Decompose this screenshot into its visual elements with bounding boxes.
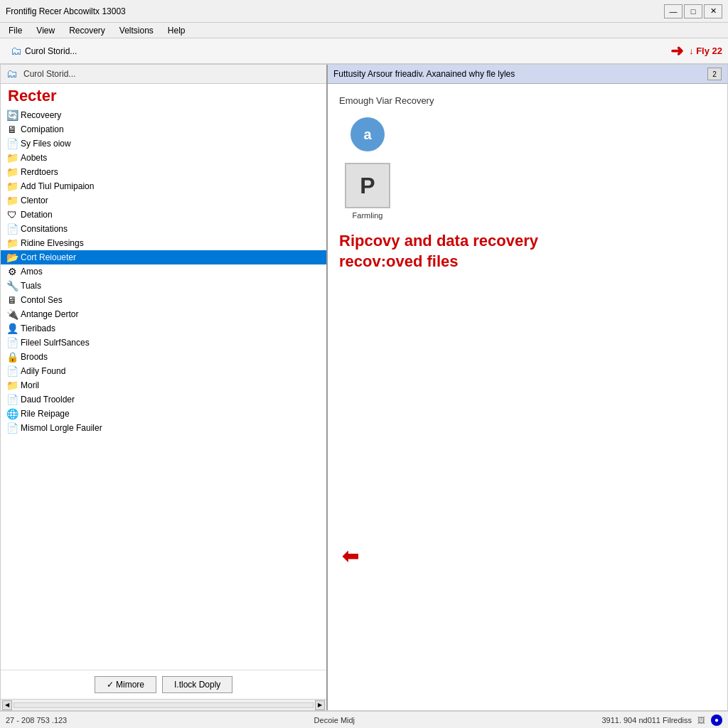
toolbar: 🗂 Curol Storid... ➜ ↓ Fly 22 bbox=[0, 38, 728, 64]
menu-help[interactable]: Help bbox=[162, 24, 191, 37]
menu-file[interactable]: File bbox=[3, 24, 28, 37]
main-area: 🗂 Curol Storid... Recter 🔄 Recoveery 🖥 C… bbox=[0, 64, 728, 711]
toolbar-badge: ↓ Fly 22 bbox=[689, 46, 722, 56]
tree-label-tuals: Tuals bbox=[21, 281, 41, 291]
tree-label-moril: Moril bbox=[21, 380, 39, 390]
tree-label-detation: Detation bbox=[21, 210, 53, 220]
red-arrow-left-icon: ⬅ bbox=[342, 545, 358, 568]
tree-item-consitations[interactable]: 📄 Consitations bbox=[1, 222, 326, 236]
status-middle: Decoie Midj bbox=[314, 716, 355, 724]
tree-item-clentor[interactable]: 📁 Clentor bbox=[1, 193, 326, 208]
tree-label-daud: Daud Troolder bbox=[21, 395, 75, 405]
tree-item-moril[interactable]: 📁 Moril bbox=[1, 378, 326, 392]
header-label: Curol Storid... bbox=[23, 69, 75, 79]
app-label: Farmling bbox=[353, 211, 383, 220]
recycle-icon: 🔄 bbox=[6, 109, 18, 121]
folder-icon-2: 📁 bbox=[6, 166, 18, 178]
right-panel-title: Futtusity Arsour frieadiv. Axanained why… bbox=[333, 69, 515, 79]
folder-icon-6: 📁 bbox=[6, 380, 18, 391]
toolbar-arrow-icon: ➜ bbox=[670, 42, 683, 60]
tree-item-adily[interactable]: 📄 Adily Found bbox=[1, 364, 326, 378]
tree-label-consitations: Consitations bbox=[21, 224, 68, 234]
tree-item-detation[interactable]: 🛡 Detation bbox=[1, 208, 326, 222]
recovery-line2: recov:oved files bbox=[339, 252, 716, 272]
tree-item-pumipaion[interactable]: 📁 Add Tiul Pumipaion bbox=[1, 179, 326, 193]
mimore-button[interactable]: ✓ Mimore bbox=[95, 676, 156, 693]
tree-label-comipation: Comipation bbox=[21, 124, 64, 134]
doc-icon-4: 📄 bbox=[6, 394, 18, 405]
plug-icon: 🔌 bbox=[6, 309, 18, 320]
tree-view[interactable]: 🔄 Recoveery 🖥 Comipation 📄 Sy Files oiow… bbox=[1, 105, 326, 670]
tree-item-mismol[interactable]: 📄 Mismol Lorgle Fauiler bbox=[1, 421, 326, 435]
toolbar-item-icon: 🗂 bbox=[11, 45, 22, 58]
tree-item-daud[interactable]: 📄 Daud Troolder bbox=[1, 392, 326, 407]
toolbar-item-label: Curol Storid... bbox=[25, 46, 77, 56]
tree-item-recoveery[interactable]: 🔄 Recoveery bbox=[1, 108, 326, 122]
toolbar-badge-area: ➜ ↓ Fly 22 bbox=[87, 42, 722, 60]
tree-label-mismol: Mismol Lorgle Fauiler bbox=[21, 423, 102, 433]
doc-icon-5: 📄 bbox=[6, 422, 18, 434]
menu-bar: File View Recovery Veltsions Help bbox=[0, 23, 728, 38]
status-right-text: 3911. 904 nd011 Filrediss bbox=[601, 716, 692, 724]
tree-item-tuals[interactable]: 🔧 Tuals bbox=[1, 279, 326, 293]
file-icon: 📄 bbox=[6, 337, 18, 348]
recter-label: Recter bbox=[8, 87, 326, 105]
tree-item-rile[interactable]: 🌐 Rile Reipage bbox=[1, 407, 326, 421]
recovery-line1: Ripcovy and data recovery bbox=[339, 231, 716, 252]
tree-label-adily: Adily Found bbox=[21, 366, 65, 376]
tree-item-fileel[interactable]: 📄 Fileel SulrfSances bbox=[1, 336, 326, 350]
tree-label-rerdtoers: Rerdtoers bbox=[21, 167, 58, 177]
recovery-annotation: Ripcovy and data recovery recov:oved fil… bbox=[339, 231, 716, 272]
left-panel: 🗂 Curol Storid... Recter 🔄 Recoveery 🖥 C… bbox=[1, 65, 328, 710]
minimize-button[interactable]: — bbox=[664, 4, 682, 18]
app-icon-container: a bbox=[339, 117, 396, 151]
tree-label-clentor: Clentor bbox=[21, 196, 48, 205]
tree-item-elvesings[interactable]: 📁 Ridine Elvesings bbox=[1, 236, 326, 250]
tree-item-contolses[interactable]: 🖥 Contol Ses bbox=[1, 293, 326, 307]
tree-item-reioueter[interactable]: 📂 Cort Reioueter bbox=[1, 250, 326, 264]
tree-item-broods[interactable]: 🔒 Broods bbox=[1, 350, 326, 364]
header-icon: 🗂 bbox=[6, 68, 18, 80]
tree-item-rerdtoers[interactable]: 📁 Rerdtoers bbox=[1, 165, 326, 179]
right-panel-content: Emough Viar Recovery a P Farmling Ripcov… bbox=[328, 84, 727, 710]
tree-item-tieribads[interactable]: 👤 Tieribads bbox=[1, 321, 326, 336]
bottom-buttons: ✓ Mimore I.tlock Doply bbox=[1, 670, 326, 699]
gear-icon: ⚙ bbox=[6, 266, 18, 277]
folder-icon-3: 📁 bbox=[6, 181, 18, 192]
close-button[interactable]: ✕ bbox=[704, 4, 722, 18]
maximize-button[interactable]: □ bbox=[684, 4, 702, 18]
app-p-container[interactable]: P Farmling bbox=[339, 157, 396, 220]
itlock-button[interactable]: I.tlock Doply bbox=[162, 676, 232, 693]
status-left: 27 - 208 753 .123 bbox=[6, 716, 67, 724]
tree-label-syfiles: Sy Files oiow bbox=[21, 139, 71, 149]
right-panel-subtitle: Emough Viar Recovery bbox=[339, 95, 716, 106]
tree-item-syfiles[interactable]: 📄 Sy Files oiow bbox=[1, 136, 326, 151]
scroll-track[interactable] bbox=[14, 702, 314, 708]
status-icon-img: 🖼 bbox=[697, 716, 705, 724]
app-p-label: P bbox=[360, 173, 375, 199]
tree-item-aobets[interactable]: 📁 Aobets bbox=[1, 151, 326, 165]
tree-label-elvesings: Ridine Elvesings bbox=[21, 238, 84, 248]
title-bar-text: Frontifig Recer Abcowiltx 13003 bbox=[6, 6, 664, 16]
tree-item-comipation[interactable]: 🖥 Comipation bbox=[1, 122, 326, 136]
menu-view[interactable]: View bbox=[31, 24, 60, 37]
app-circle-label: a bbox=[363, 127, 371, 143]
menu-recovery[interactable]: Recovery bbox=[63, 24, 111, 37]
tree-item-amos[interactable]: ⚙ Amos bbox=[1, 264, 326, 279]
tree-label-aobets: Aobets bbox=[21, 153, 47, 163]
right-panel-header: Futtusity Arsour frieadiv. Axanained why… bbox=[328, 65, 727, 84]
toolbar-item-main[interactable]: 🗂 Curol Storid... bbox=[6, 43, 82, 60]
tree-item-antange[interactable]: 🔌 Antange Dertor bbox=[1, 307, 326, 321]
status-circle-icon: ● bbox=[711, 714, 722, 726]
folder-icon-5: 📁 bbox=[6, 237, 18, 249]
scroll-left-btn[interactable]: ◀ bbox=[2, 700, 12, 710]
doc-icon-1: 📄 bbox=[6, 138, 18, 149]
menu-veltsions[interactable]: Veltsions bbox=[114, 24, 159, 37]
right-panel-btn[interactable]: 2 bbox=[707, 68, 722, 80]
monitor-icon-2: 🖥 bbox=[6, 294, 18, 306]
scroll-right-btn[interactable]: ▶ bbox=[315, 700, 325, 710]
app-circle-icon: a bbox=[350, 117, 385, 151]
horizontal-scrollbar[interactable]: ◀ ▶ bbox=[1, 699, 326, 710]
tree-label-antange: Antange Dertor bbox=[21, 309, 78, 319]
folder-open-icon: 📂 bbox=[6, 252, 18, 263]
